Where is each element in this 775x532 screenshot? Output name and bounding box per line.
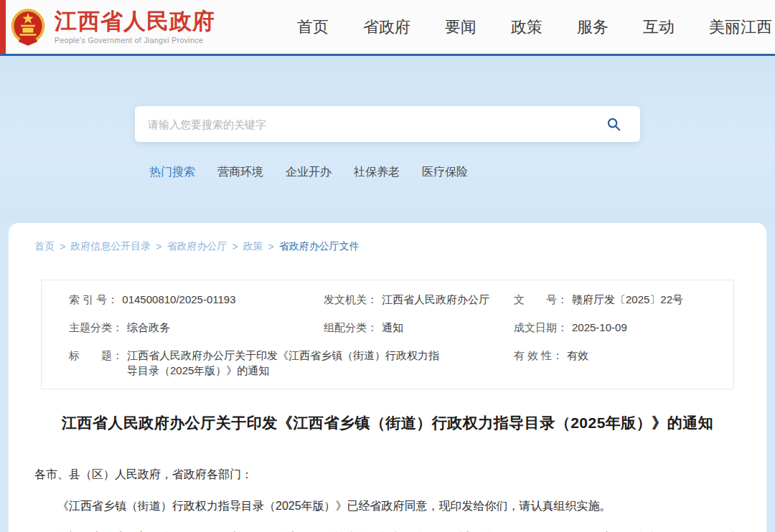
meta-label: 成文日期：: [514, 320, 568, 336]
meta-value: 014500810/2025-01193: [122, 292, 235, 308]
red-edge-strip: [0, 0, 6, 54]
hot-tag-social-security[interactable]: 社保养老: [354, 165, 400, 180]
nav-item-policy[interactable]: 政策: [511, 16, 542, 38]
hot-tag-company-registration[interactable]: 企业开办: [286, 165, 332, 180]
search-icon: [606, 116, 621, 132]
meta-label: 有 效 性：: [514, 348, 563, 364]
breadcrumb-separator: >: [60, 241, 65, 252]
meta-label: 标 题：: [69, 348, 123, 364]
site-header: 江西省人民政府 People's Government of Jiangxi P…: [0, 0, 775, 54]
paragraph-2: 各设区市政府要督促指导所辖县（市、区）政府按照职权法定、权责一致、公开透明的原则…: [34, 528, 741, 532]
meta-issue-date: 成文日期： 2025-10-09: [514, 320, 719, 336]
meta-label: 发文机关：: [324, 292, 377, 308]
search-button[interactable]: [606, 113, 627, 135]
breadcrumb-separator: >: [156, 241, 161, 252]
meta-title: 标 题： 江西省人民政府办公厅关于印发《江西省乡镇（街道）行政权力指导目录（20…: [69, 348, 514, 379]
search-input[interactable]: [148, 118, 606, 130]
hot-search-label: 热门搜索: [149, 165, 195, 180]
meta-value: 综合政务: [127, 320, 170, 336]
nav-item-beautiful-jiangxi[interactable]: 美丽江西: [709, 16, 772, 38]
meta-label: 组配分类：: [324, 320, 377, 336]
meta-theme-category: 主题分类： 综合政务: [69, 320, 324, 336]
breadcrumb-separator: >: [268, 241, 274, 252]
meta-value: 通知: [382, 320, 403, 336]
breadcrumb: 首页 > 政府信息公开目录 > 省政府办公厅 > 政策 > 省政府办公厅文件: [34, 240, 741, 253]
breadcrumb-general-office[interactable]: 省政府办公厅: [166, 240, 227, 253]
nav-item-home[interactable]: 首页: [297, 16, 329, 38]
paragraph-salutation: 各市、县（区）人民政府，省政府各部门：: [34, 465, 741, 484]
document-meta-grid: 索 引 号： 014500810/2025-01193 发文机关： 江西省人民政…: [69, 292, 719, 379]
nav-item-services[interactable]: 服务: [577, 16, 609, 38]
hot-search-row: 热门搜索 营商环境 企业开办 社保养老 医疗保险: [149, 165, 775, 180]
breadcrumb-home[interactable]: 首页: [34, 240, 55, 253]
hot-tag-medical-insurance[interactable]: 医疗保险: [422, 165, 468, 180]
hot-tag-business-environment[interactable]: 营商环境: [217, 165, 263, 180]
search-hero-section: 热门搜索 营商环境 企业开办 社保养老 医疗保险: [0, 56, 775, 223]
meta-validity: 有 效 性： 有效: [514, 348, 719, 379]
meta-label: 主题分类：: [69, 320, 123, 336]
meta-value: 有效: [567, 348, 588, 364]
main-nav: 首页 省政府 要闻 政策 服务 互动 美丽江西: [297, 16, 775, 38]
logo-text: 江西省人民政府 People's Government of Jiangxi P…: [55, 9, 215, 44]
nav-item-interaction[interactable]: 互动: [643, 16, 675, 38]
paragraph-1: 《江西省乡镇（街道）行政权力指导目录（2025年版）》已经省政府同意，现印发给你…: [34, 496, 741, 516]
document-meta-box: 索 引 号： 014500810/2025-01193 发文机关： 江西省人民政…: [41, 280, 734, 389]
meta-value: 江西省人民政府办公厅关于印发《江西省乡镇（街道）行政权力指导目录（2025年版）…: [127, 348, 446, 379]
breadcrumb-separator: >: [232, 241, 238, 252]
meta-group-category: 组配分类： 通知: [324, 320, 514, 336]
site-subtitle: People's Government of Jiangxi Province: [55, 36, 215, 44]
breadcrumb-info-directory[interactable]: 政府信息公开目录: [70, 240, 151, 253]
meta-label: 文 号：: [514, 292, 568, 308]
content-card: 首页 > 政府信息公开目录 > 省政府办公厅 > 政策 > 省政府办公厅文件 索…: [9, 223, 766, 532]
document-title: 江西省人民政府办公厅关于印发《江西省乡镇（街道）行政权力指导目录（2025年版）…: [34, 413, 741, 433]
site-title: 江西省人民政府: [55, 9, 215, 34]
meta-value: 2025-10-09: [572, 320, 627, 336]
meta-index-number: 索 引 号： 014500810/2025-01193: [69, 292, 324, 308]
search-bar: [135, 106, 640, 142]
nav-item-news[interactable]: 要闻: [445, 16, 476, 38]
meta-issuing-agency: 发文机关： 江西省人民政府办公厅: [324, 292, 514, 308]
national-emblem-icon: [10, 8, 46, 47]
meta-label: 索 引 号：: [69, 292, 118, 308]
site-logo[interactable]: 江西省人民政府 People's Government of Jiangxi P…: [10, 8, 215, 47]
meta-value: 江西省人民政府办公厅: [382, 292, 489, 308]
document-body: 各市、县（区）人民政府，省政府各部门： 《江西省乡镇（街道）行政权力指导目录（2…: [34, 465, 741, 532]
meta-document-number: 文 号： 赣府厅发〔2025〕22号: [514, 292, 719, 308]
nav-item-provincial-government[interactable]: 省政府: [363, 16, 410, 38]
breadcrumb-current: 省政府办公厅文件: [279, 240, 360, 253]
breadcrumb-policy[interactable]: 政策: [243, 240, 263, 253]
meta-value: 赣府厅发〔2025〕22号: [572, 292, 683, 308]
